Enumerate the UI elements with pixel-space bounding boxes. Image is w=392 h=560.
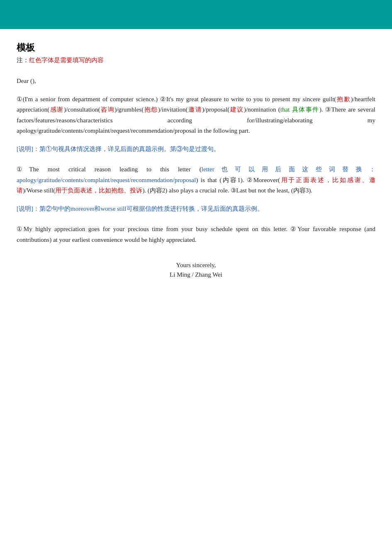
p1-red-3: 咨询 <box>100 106 114 113</box>
closing-line-2: Li Ming / Zhang Wei <box>17 271 375 278</box>
p1-text-3: )/consultation( <box>64 106 100 113</box>
p2-text-1: ①The most critical reason leading to thi… <box>17 166 202 173</box>
p3-text-1: ①My highly appreciation goes for your pr… <box>17 226 375 243</box>
page-wrapper: 模板 注：红色字体是需要填写的内容 Dear (), ①(I'm a senio… <box>0 0 392 560</box>
content-area: 模板 注：红色字体是需要填写的内容 Dear (), ①(I'm a senio… <box>0 29 392 299</box>
paragraph-3: ①My highly appreciation goes for your pr… <box>17 224 375 245</box>
p1-text-4: )/grumbles( <box>114 106 144 113</box>
note-prefix: 注： <box>17 57 29 63</box>
page-title: 模板 <box>17 41 375 54</box>
p1-text-6: )/proposal( <box>202 106 229 113</box>
salutation: Dear (), <box>17 76 375 87</box>
p1-red-2: 感谢 <box>49 106 64 113</box>
p1-text-7: )/nomination ( <box>244 106 280 113</box>
explanation-1: [说明]：第①句视具体情况选择，详见后面的真题示例。第③句是过渡句。 <box>17 144 375 155</box>
p1-red-5: 邀请 <box>188 106 202 113</box>
p1-red-4: 抱怨 <box>144 106 158 113</box>
explanation-2: [说明]：第②句中的moreover和worse still可根据信的性质进行转… <box>17 204 375 214</box>
p2-red-2: 用于负面表述，比如抱怨、投诉 <box>55 187 142 194</box>
note-red-text: 红色字体是需要填写的内容 <box>29 57 104 63</box>
p1-text-5: )/invitation( <box>158 106 188 113</box>
p2-text-3: )/Worse still( <box>23 187 55 194</box>
closing-line-1: Yours sincerely, <box>17 262 375 269</box>
p2-text-4: ). (内容2) also plays a crucial role. ③Las… <box>142 187 312 194</box>
header-bar <box>0 0 392 29</box>
p1-red-1: 抱歉 <box>336 96 351 102</box>
p1-green-1: that 具体事件 <box>280 106 319 113</box>
closing-block: Yours sincerely, Li Ming / Zhang Wei <box>17 262 375 278</box>
note-line: 注：红色字体是需要填写的内容 <box>17 56 375 64</box>
p2-text-2: ) is that (内容1). ②Moreover( <box>196 177 280 183</box>
p1-red-6: 建议 <box>229 106 244 113</box>
paragraph-1: ①(I'm a senior from department of comput… <box>17 94 375 136</box>
paragraph-2: ①The most critical reason leading to thi… <box>17 164 375 196</box>
p1-text-1: ①(I'm a senior from department of comput… <box>17 96 336 102</box>
